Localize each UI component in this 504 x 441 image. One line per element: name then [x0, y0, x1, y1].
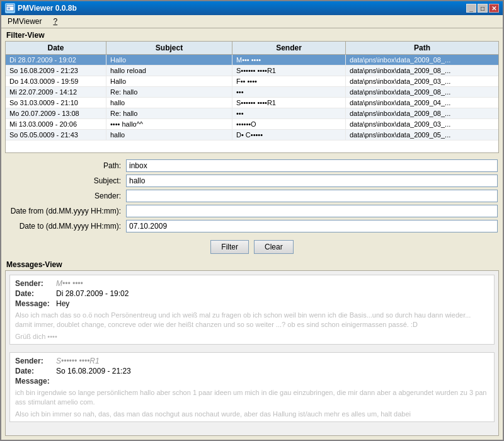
- msg-sender-row: Sender: S•••••• ••••R1: [15, 357, 489, 365]
- close-button[interactable]: ✕: [489, 4, 499, 13]
- cell-date: Mi 13.03.0009 - 20:06: [6, 119, 106, 129]
- msg-body: Also ich mach das so o.ö noch Persönentr…: [15, 311, 489, 330]
- cell-sender: ••••••O: [232, 119, 346, 129]
- sender-row: Sender:: [6, 190, 498, 202]
- subject-label: Subject:: [6, 176, 126, 185]
- table-row[interactable]: Mi 13.03.0009 - 20:06 •••• hallo^^ •••••…: [6, 119, 498, 130]
- cell-sender: •••: [232, 108, 346, 118]
- cell-sender: F•• ••••: [232, 76, 346, 86]
- path-label: Path:: [6, 161, 126, 170]
- cell-path: data\pns\inbox\data_2009_03_...: [346, 119, 498, 129]
- path-input[interactable]: [126, 159, 498, 172]
- title-bar-left: PMViewer 0.0.8b: [5, 3, 77, 13]
- cell-sender: S•••••• ••••R1: [232, 98, 346, 108]
- menu-pmviewer[interactable]: PMViewer: [5, 16, 44, 26]
- table-row[interactable]: Mi 22.07.2009 - 14:12 Re: hallo ••• data…: [6, 87, 498, 98]
- table-row[interactable]: Do 14.03.0009 - 19:59 Hallo F•• •••• dat…: [6, 76, 498, 87]
- msg-date-value: So 16.08.2009 - 21:23: [56, 367, 131, 375]
- cell-date: Mi 22.07.2009 - 14:12: [6, 87, 106, 97]
- msg-message-row: Message:: [15, 377, 489, 386]
- cell-subject: hallo: [106, 130, 232, 140]
- msg-sender-label: Sender:: [15, 357, 56, 365]
- msg-message-label: Message:: [15, 377, 56, 386]
- cell-subject: Hallo: [106, 55, 232, 65]
- msg-date-row: Date: So 16.08.2009 - 21:23: [15, 367, 489, 375]
- cell-path: data\pns\inbox\data_2009_04_...: [346, 98, 498, 108]
- cell-date: So 16.08.2009 - 21:23: [6, 66, 106, 76]
- col-date: Date: [6, 42, 106, 54]
- cell-date: Di 28.07.2009 - 19:02: [6, 55, 106, 65]
- msg-sender-row: Sender: M••• ••••: [15, 279, 489, 288]
- messages-list[interactable]: Sender: M••• •••• Date: Di 28.07.2009 - …: [5, 270, 499, 436]
- cell-path: data\pns\inbox\data_2009_05_...: [346, 130, 498, 140]
- cell-subject: •••• hallo^^: [106, 119, 232, 129]
- cell-subject: hallo: [106, 98, 232, 108]
- message-card: Sender: S•••••• ••••R1 Date: So 16.08.20…: [9, 352, 495, 422]
- table-row[interactable]: Di 28.07.2009 - 19:02 Hallo M••• •••• da…: [6, 55, 498, 66]
- msg-date-row: Date: Di 28.07.2009 - 19:02: [15, 289, 489, 298]
- path-row: Path:: [6, 159, 498, 172]
- filter-button[interactable]: Filter: [210, 240, 249, 254]
- cell-path: data\pns\inbox\data_2009_08_...: [346, 87, 498, 97]
- msg-sender-value: M••• ••••: [56, 279, 83, 288]
- cell-sender: •••: [232, 87, 346, 97]
- msg-date-label: Date:: [15, 367, 56, 375]
- msg-message-preview: Hey: [56, 299, 69, 308]
- table-row[interactable]: So 05.05.0009 - 21:43 hallo D• C••••• da…: [6, 130, 498, 140]
- cell-date: Do 14.03.0009 - 19:59: [6, 76, 106, 86]
- sender-input[interactable]: [126, 190, 498, 202]
- table-row[interactable]: So 16.08.2009 - 21:23 hallo reload S••••…: [6, 66, 498, 76]
- cell-path: data\pns\inbox\data_2009_08_...: [346, 108, 498, 118]
- date-to-input[interactable]: [126, 220, 498, 232]
- col-sender: Sender: [232, 42, 346, 54]
- svg-rect-2: [8, 8, 10, 9]
- msg-signature: Also ich bin immer so nah, das, das man …: [15, 410, 489, 418]
- date-from-input[interactable]: [126, 205, 498, 217]
- window-title: PMViewer 0.0.8b: [18, 4, 77, 13]
- main-window: PMViewer 0.0.8b _ □ ✕ PMViewer ? Filter-…: [0, 0, 504, 441]
- cell-subject: Re: hallo: [106, 87, 232, 97]
- cell-sender: S•••••• ••••R1: [232, 66, 346, 76]
- date-from-label: Date from (dd.MM.yyyy HH:mm):: [6, 207, 126, 215]
- filter-fields: Path: Subject: Sender: Date from (dd.MM.…: [1, 156, 503, 238]
- cell-date: Mo 20.07.2009 - 13:08: [6, 108, 106, 118]
- cell-path: data\pns\inbox\data_2009_03_...: [346, 76, 498, 86]
- cell-subject: Hallo: [106, 76, 232, 86]
- date-to-label: Date to (dd.MM.yyyy HH:mm):: [6, 222, 126, 231]
- title-bar-controls: _ □ ✕: [466, 4, 499, 13]
- cell-path: data\pns\inbox\data_2009_08_...: [346, 55, 498, 65]
- subject-input[interactable]: [126, 175, 498, 187]
- messages-section: Messages-View Sender: M••• •••• Date: Di…: [1, 258, 503, 440]
- messages-section-label: Messages-View: [1, 258, 503, 270]
- date-to-row: Date to (dd.MM.yyyy HH:mm):: [6, 220, 498, 232]
- filter-section: Filter-View Date Subject Sender Path Di …: [1, 28, 503, 258]
- msg-body: ich bin irgendwie so lange persönlichem …: [15, 388, 489, 408]
- filter-table-body[interactable]: Di 28.07.2009 - 19:02 Hallo M••• •••• da…: [6, 55, 498, 152]
- msg-date-value: Di 28.07.2009 - 19:02: [56, 289, 129, 298]
- msg-sender-value: S•••••• ••••R1: [56, 357, 100, 365]
- table-header: Date Subject Sender Path: [6, 42, 498, 55]
- cell-date: So 31.03.0009 - 21:10: [6, 98, 106, 108]
- cell-subject: hallo reload: [106, 66, 232, 76]
- cell-sender: M••• ••••: [232, 55, 346, 65]
- menubar: PMViewer ?: [1, 15, 503, 28]
- msg-sender-label: Sender:: [15, 279, 56, 288]
- cell-path: data\pns\inbox\data_2009_08_...: [346, 66, 498, 76]
- table-row[interactable]: Mo 20.07.2009 - 13:08 Re: hallo ••• data…: [6, 108, 498, 119]
- cell-date: So 05.05.0009 - 21:43: [6, 130, 106, 140]
- minimize-button[interactable]: _: [466, 4, 476, 13]
- menu-help[interactable]: ?: [50, 16, 60, 26]
- date-from-row: Date from (dd.MM.yyyy HH:mm):: [6, 205, 498, 217]
- clear-button[interactable]: Clear: [254, 240, 294, 254]
- msg-date-label: Date:: [15, 289, 56, 298]
- filter-buttons: Filter Clear: [1, 238, 503, 258]
- msg-signature: Grüß dich ••••: [15, 333, 489, 340]
- table-row[interactable]: So 31.03.0009 - 21:10 hallo S•••••• ••••…: [6, 98, 498, 108]
- maximize-button[interactable]: □: [478, 4, 488, 13]
- title-bar: PMViewer 0.0.8b _ □ ✕: [1, 1, 503, 15]
- subject-row: Subject:: [6, 175, 498, 187]
- app-icon: [5, 3, 15, 13]
- col-subject: Subject: [106, 42, 232, 54]
- filter-border: Date Subject Sender Path Di 28.07.2009 -…: [5, 41, 499, 153]
- message-card: Sender: M••• •••• Date: Di 28.07.2009 - …: [9, 275, 495, 345]
